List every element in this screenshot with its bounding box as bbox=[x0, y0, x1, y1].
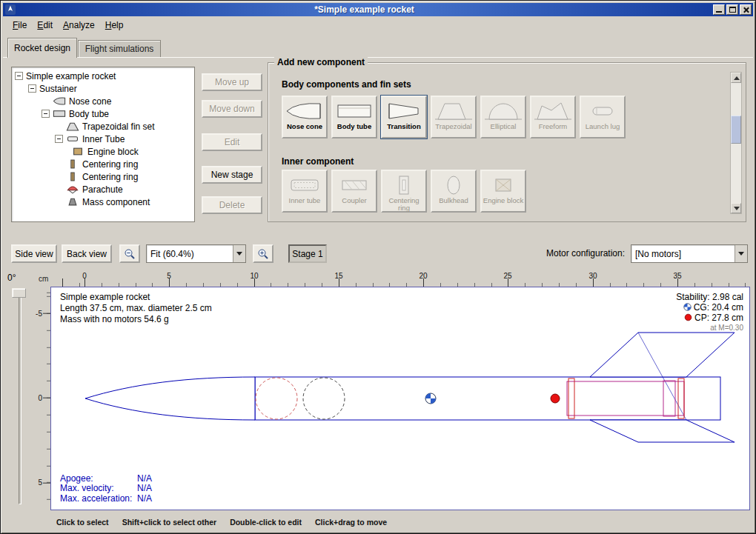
maximize-button[interactable] bbox=[726, 4, 738, 15]
tree-item-nose-cone[interactable]: Nose cone bbox=[12, 95, 194, 107]
nose-cone-icon bbox=[53, 96, 66, 106]
cg-marker bbox=[425, 393, 436, 404]
close-icon bbox=[742, 6, 750, 14]
stage-1-toggle[interactable]: Stage 1 bbox=[288, 244, 327, 263]
zoom-out-button[interactable] bbox=[119, 244, 140, 263]
edit-button: Edit bbox=[202, 133, 262, 151]
add-elliptical-fin-button: Elliptical bbox=[480, 96, 526, 138]
flight-stats: Apogee:N/A Max. velocity:N/A Max. accele… bbox=[60, 474, 152, 504]
window-icon bbox=[5, 4, 16, 15]
add-freeform-fin-button: Freeform bbox=[530, 96, 576, 138]
add-body-tube-button[interactable]: Body tube bbox=[331, 96, 377, 138]
tree-item-parachute[interactable]: Parachute bbox=[12, 183, 194, 196]
centering-ring-icon bbox=[66, 159, 79, 169]
component-panel-scrollbar[interactable] bbox=[730, 72, 742, 214]
component-tree[interactable]: Simple example rocket Sustainer Nose con… bbox=[11, 67, 195, 222]
body-component-buttons: Nose cone Body tube Transition Trapezoid… bbox=[282, 96, 626, 138]
nose-cone-shape[interactable] bbox=[85, 377, 255, 420]
cp-icon bbox=[684, 313, 692, 321]
tab-rocket-design[interactable]: Rocket design bbox=[7, 38, 77, 58]
fin-top-shape[interactable] bbox=[590, 333, 735, 377]
tree-item-trapezoidal-fin-set[interactable]: Trapezoidal fin set bbox=[12, 120, 194, 133]
minimize-button[interactable] bbox=[713, 4, 725, 15]
zoom-in-button[interactable] bbox=[253, 244, 273, 263]
tree-item-centering-ring-2[interactable]: Centering ring bbox=[12, 170, 194, 183]
tab-flight-simulations[interactable]: Flight simulations bbox=[78, 40, 161, 57]
horizontal-ruler: 0 5 10 15 20 25 30 35 bbox=[50, 272, 750, 287]
cg-icon bbox=[683, 303, 692, 311]
cp-marker bbox=[551, 394, 560, 403]
body-tube-image bbox=[334, 99, 374, 123]
rotation-slider-track[interactable] bbox=[19, 291, 21, 504]
add-transition-button[interactable]: Transition bbox=[381, 96, 427, 138]
coupler-image bbox=[334, 173, 374, 197]
menu-edit[interactable]: Edit bbox=[32, 19, 58, 32]
scrollbar-thumb[interactable] bbox=[731, 116, 741, 144]
engine-block-icon bbox=[71, 147, 84, 156]
minimize-icon bbox=[716, 11, 722, 13]
freeform-fin-image bbox=[533, 99, 573, 123]
add-nose-cone-button[interactable]: Nose cone bbox=[282, 96, 328, 138]
vertical-ruler: -5 0 5 bbox=[36, 287, 50, 510]
scroll-down-button[interactable] bbox=[731, 203, 741, 213]
inner-section-label: Inner component bbox=[282, 156, 354, 167]
tree-item-rocket[interactable]: Simple example rocket bbox=[12, 70, 194, 82]
maximize-icon bbox=[729, 7, 736, 13]
side-view-button[interactable]: Side view bbox=[11, 244, 57, 263]
transition-image bbox=[384, 99, 424, 123]
status-hint-bar: Click to select Shift+click to select ot… bbox=[3, 516, 753, 528]
add-centering-ring-button: Centering ring bbox=[381, 170, 427, 213]
scroll-up-button[interactable] bbox=[731, 73, 741, 83]
bulkhead-image bbox=[434, 173, 474, 197]
elliptical-fin-image bbox=[483, 99, 523, 123]
centering-ring-image bbox=[384, 173, 424, 197]
body-section-label: Body components and fin sets bbox=[282, 79, 411, 90]
menu-file[interactable]: File bbox=[7, 19, 32, 32]
body-tube-icon bbox=[53, 109, 66, 119]
collapse-icon[interactable] bbox=[28, 84, 36, 93]
rocket-design-view: 0° cm 0 5 10 15 20 25 30 35 -5 0 5 bbox=[3, 269, 753, 515]
motor-configuration-select[interactable]: [No motors] bbox=[631, 244, 748, 263]
menu-bar: File Edit Analyze Help bbox=[3, 17, 753, 33]
tree-item-centering-ring-1[interactable]: Centering ring bbox=[12, 158, 194, 170]
max-velocity-row: Max. velocity:N/A bbox=[60, 484, 152, 494]
chevron-down-icon[interactable] bbox=[735, 245, 747, 262]
collapse-icon[interactable] bbox=[42, 110, 50, 118]
collapse-icon[interactable] bbox=[55, 135, 63, 143]
tree-item-sustainer[interactable]: Sustainer bbox=[12, 82, 194, 95]
max-acceleration-row: Max. acceleration:N/A bbox=[60, 494, 152, 504]
fin-set-icon bbox=[66, 121, 79, 131]
cg-line: CG: 20.4 cm bbox=[676, 302, 743, 313]
chevron-down-icon[interactable] bbox=[233, 245, 245, 262]
tree-item-engine-block[interactable]: Engine block bbox=[12, 145, 194, 158]
arrow-up-icon bbox=[734, 76, 740, 80]
add-inner-tube-button: Inner tube bbox=[282, 170, 328, 213]
menu-help[interactable]: Help bbox=[100, 19, 129, 32]
zoom-select[interactable]: Fit (60.4%) bbox=[146, 244, 246, 263]
titlebar[interactable]: *Simple example rocket bbox=[3, 3, 753, 16]
rotation-slider-handle[interactable] bbox=[12, 288, 26, 298]
inner-component-buttons: Inner tube Coupler Centering ring Bulkhe… bbox=[282, 170, 526, 213]
fin-bottom-shape[interactable] bbox=[590, 420, 735, 442]
add-bulkhead-button: Bulkhead bbox=[431, 170, 477, 213]
close-button[interactable] bbox=[740, 4, 752, 15]
add-engine-block-button: Engine block bbox=[480, 170, 526, 213]
inner-tube-icon bbox=[66, 134, 79, 144]
inner-tube-image bbox=[285, 173, 325, 197]
engine-block-image bbox=[483, 173, 523, 197]
rocket-canvas[interactable]: Simple example rocket Length 37.5 cm, ma… bbox=[50, 287, 750, 510]
rocket-info-block: Simple example rocket Length 37.5 cm, ma… bbox=[60, 292, 212, 325]
mach-label: at M=0.30 bbox=[676, 323, 743, 333]
move-down-button: Move down bbox=[202, 100, 262, 118]
tree-item-mass-component[interactable]: Mass component bbox=[12, 196, 194, 208]
new-stage-button[interactable]: New stage bbox=[202, 166, 262, 184]
collapse-icon[interactable] bbox=[15, 72, 23, 80]
tree-item-inner-tube[interactable]: Inner Tube bbox=[12, 133, 194, 145]
arrow-down-icon bbox=[734, 207, 740, 210]
nose-cone-image bbox=[285, 99, 325, 123]
app-window: *Simple example rocket File Edit Analyze… bbox=[0, 0, 756, 534]
tree-item-body-tube[interactable]: Body tube bbox=[12, 107, 194, 120]
motor-configuration-label: Motor configuration: bbox=[546, 248, 625, 258]
back-view-button[interactable]: Back view bbox=[62, 244, 112, 263]
menu-analyze[interactable]: Analyze bbox=[58, 19, 100, 32]
